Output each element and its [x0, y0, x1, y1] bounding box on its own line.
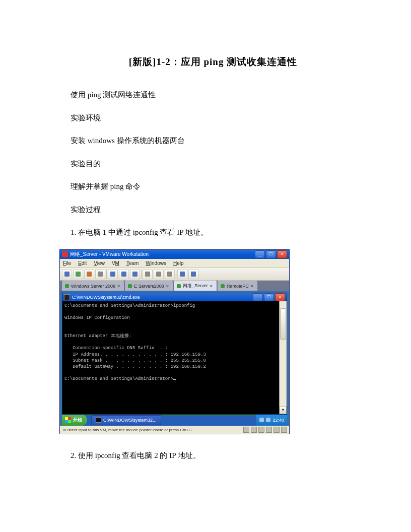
- toolbar-stop-button[interactable]: [84, 269, 94, 279]
- vm-tab-label: E Servers2008: [134, 284, 164, 289]
- vm-tab[interactable]: RemotePC×: [218, 281, 257, 291]
- taskbar-item-label: C:\WINDOWS\system32...: [103, 418, 157, 423]
- toolbar-icon[interactable]: [154, 269, 164, 279]
- toolbar-icon[interactable]: [165, 269, 175, 279]
- vmware-statusbar: To direct input to this VM, move the mou…: [60, 426, 289, 434]
- cmd-taskbar-icon: [96, 417, 101, 423]
- minimize-button[interactable]: _: [255, 250, 265, 258]
- tab-close-icon[interactable]: ×: [166, 284, 169, 289]
- vm-status-icon: [65, 284, 69, 288]
- vmware-tabs: Windows Server 2008× E Servers2008× 网络_S…: [60, 281, 289, 291]
- vmware-status-text: To direct input to this VM, move the mou…: [62, 428, 192, 432]
- cmd-minimize-button[interactable]: _: [253, 293, 263, 301]
- tab-close-icon[interactable]: ×: [210, 284, 213, 289]
- scroll-thumb[interactable]: [280, 308, 286, 340]
- paragraph-step2: 2. 使用 ipconfig 查看电脑 2 的 IP 地址。: [71, 449, 356, 462]
- vm-status-icon: [177, 284, 181, 288]
- tab-close-icon[interactable]: ×: [251, 284, 253, 289]
- embedded-screenshot: 网络_Server - VMware Workstation _ □ × Fil…: [59, 249, 290, 434]
- toolbar-icon[interactable]: [108, 269, 118, 279]
- maximize-button[interactable]: □: [266, 250, 276, 258]
- toolbar-separator: [141, 270, 142, 279]
- status-device-icon[interactable]: [266, 427, 272, 433]
- vm-tab-label: 网络_Server: [183, 283, 208, 289]
- toolbar-separator: [106, 270, 107, 279]
- toolbar-snapshot-button[interactable]: [95, 269, 105, 279]
- toolbar-unity-button[interactable]: [188, 269, 198, 279]
- vm-tab[interactable]: E Servers2008×: [125, 281, 173, 291]
- paragraph-env-heading: 实验环境: [71, 112, 356, 125]
- toolbar-power-button[interactable]: [62, 269, 72, 279]
- vm-status-icon: [128, 284, 132, 288]
- tray-icon[interactable]: [266, 418, 270, 422]
- cmd-maximize-button[interactable]: □: [264, 293, 274, 301]
- status-device-icon[interactable]: [273, 427, 280, 433]
- scroll-down-button[interactable]: ▼: [280, 407, 287, 414]
- start-button[interactable]: 开始: [62, 415, 87, 426]
- paragraph-process-heading: 实验过程: [71, 204, 356, 217]
- vmware-app-icon: [62, 251, 68, 257]
- paragraph-step1: 1. 在电脑 1 中通过 ipconfig 查看 IP 地址。: [71, 226, 356, 239]
- toolbar-play-button[interactable]: [73, 269, 83, 279]
- system-tray[interactable]: 22:40: [256, 415, 287, 426]
- paragraph-intro: 使用 ping 测试网络连通性: [71, 89, 356, 102]
- cmd-title: C:\WINDOWS\system32\cmd.exe: [72, 295, 253, 300]
- close-button[interactable]: ×: [277, 250, 287, 258]
- cmd-window: C:\WINDOWS\system32\cmd.exe _ □ × C:\Doc…: [62, 293, 287, 415]
- cmd-icon: [64, 294, 70, 300]
- paragraph-env-body: 安装 windows 操作系统的机器两台: [71, 135, 356, 148]
- cmd-scrollbar[interactable]: ▲ ▼: [279, 301, 287, 414]
- menu-file[interactable]: File: [63, 260, 71, 266]
- vm-tab-label: RemotePC: [227, 284, 249, 289]
- tray-icon[interactable]: [259, 418, 264, 422]
- status-device-icon[interactable]: [258, 427, 264, 433]
- toolbar-fullscreen-button[interactable]: [177, 269, 187, 279]
- vm-tab[interactable]: Windows Server 2008×: [62, 281, 124, 291]
- menu-team[interactable]: Team: [126, 260, 139, 266]
- status-device-icon[interactable]: [281, 427, 287, 433]
- clock: 22:40: [272, 418, 284, 423]
- paragraph-goal-heading: 实验目的: [71, 158, 356, 171]
- menu-windows[interactable]: Windows: [146, 260, 166, 266]
- cmd-titlebar: C:\WINDOWS\system32\cmd.exe _ □ ×: [62, 293, 287, 301]
- cmd-output[interactable]: C:\Documents and Settings\Administrator>…: [62, 301, 287, 414]
- cmd-close-button[interactable]: ×: [275, 293, 285, 301]
- menu-view[interactable]: View: [94, 260, 105, 266]
- guest-taskbar: 开始 C:\WINDOWS\system32... 22:40: [62, 415, 287, 426]
- toolbar-icon[interactable]: [130, 269, 140, 279]
- windows-logo-icon: [65, 417, 71, 423]
- toolbar-separator: [176, 270, 176, 279]
- taskbar-item-cmd[interactable]: C:\WINDOWS\system32...: [91, 415, 161, 425]
- scroll-track[interactable]: [280, 308, 287, 407]
- vmware-titlebar: 网络_Server - VMware Workstation _ □ ×: [60, 250, 289, 259]
- paragraph-goal-body: 理解并掌握 ping 命令: [71, 180, 356, 193]
- menu-help[interactable]: Help: [173, 260, 184, 266]
- cmd-cursor: [173, 379, 176, 380]
- toolbar-icon[interactable]: [119, 269, 129, 279]
- tab-close-icon[interactable]: ×: [117, 284, 120, 289]
- guest-desktop: C:\WINDOWS\system32\cmd.exe _ □ × C:\Doc…: [60, 291, 289, 426]
- menu-edit[interactable]: Edit: [78, 260, 87, 266]
- toolbar-icon[interactable]: [143, 269, 153, 279]
- status-device-icon[interactable]: [251, 427, 257, 433]
- vm-status-icon: [221, 284, 225, 288]
- vm-tab-active[interactable]: 网络_Server×: [174, 281, 217, 291]
- start-label: 开始: [73, 417, 82, 423]
- vmware-toolbar: [60, 268, 289, 281]
- status-device-icon[interactable]: [243, 427, 249, 433]
- document-title: [新版]1-2：应用 ping 测试收集连通性: [71, 55, 356, 69]
- vmware-window-title: 网络_Server - VMware Workstation: [70, 251, 255, 258]
- vmware-menubar: File Edit View VM Team Windows Help: [60, 259, 289, 268]
- vm-tab-label: Windows Server 2008: [71, 284, 115, 289]
- menu-vm[interactable]: VM: [112, 260, 119, 266]
